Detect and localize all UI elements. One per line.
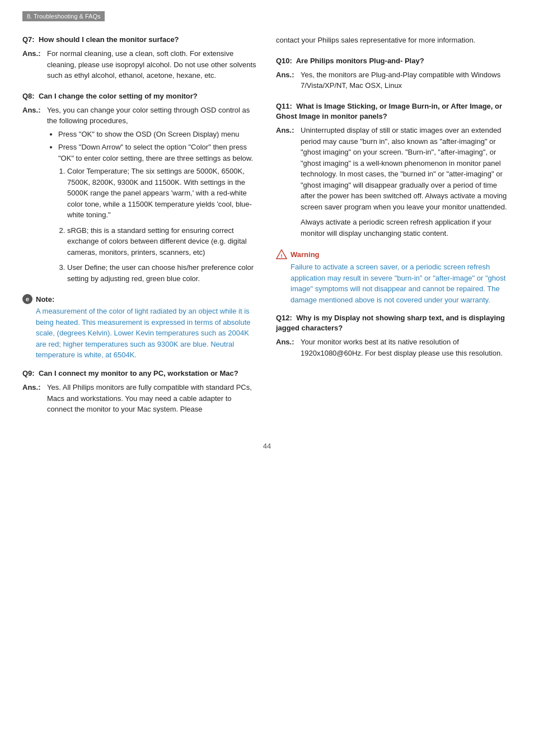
svg-text:!: ! xyxy=(281,253,283,259)
two-column-layout: Q7: How should I clean the monitor surfa… xyxy=(22,35,512,425)
q8-numbered-list: Color Temperature; The six settings are … xyxy=(22,166,258,284)
q11-question: Q11: What is Image Sticking, or Image Bu… xyxy=(276,101,512,122)
q8-question: Q8: Can I change the color setting of my… xyxy=(22,91,258,101)
left-column: Q7: How should I clean the monitor surfa… xyxy=(22,35,258,425)
list-item: Color Temperature; The six settings are … xyxy=(67,166,258,221)
list-item: Press "OK" to show the OSD (On Screen Di… xyxy=(58,129,258,140)
breadcrumb: 8. Troubleshooting & FAQs xyxy=(22,11,105,21)
warning-icon: ! xyxy=(276,249,287,260)
note-text: A measurement of the color of light radi… xyxy=(22,306,258,361)
page-number: 44 xyxy=(22,442,512,450)
q12-question: Q12: Why is my Display not showing sharp… xyxy=(276,313,512,333)
list-item: User Define; the user can choose his/her… xyxy=(67,262,258,284)
q9-block: Q9: Can I connect my monitor to any PC, … xyxy=(22,368,258,415)
q7-block: Q7: How should I clean the monitor surfa… xyxy=(22,35,258,81)
q9-question: Q9: Can I connect my monitor to any PC, … xyxy=(22,368,258,379)
page: 8. Troubleshooting & FAQs Q7: How should… xyxy=(0,0,534,756)
q8-answer: Ans.: Yes, you can change your color set… xyxy=(22,105,258,127)
q9-answer: Ans.: Yes. All Philips monitors are full… xyxy=(22,382,258,415)
q10-answer: Ans.: Yes, the monitors are Plug-and-Pla… xyxy=(276,69,512,91)
q8-bullet-list: Press "OK" to show the OSD (On Screen Di… xyxy=(22,129,258,164)
warning-header: ! Warning xyxy=(276,249,512,260)
q9-continued-block: contact your Philips sales representativ… xyxy=(276,35,512,46)
q11-answer: Ans.: Uninterrupted display of still or … xyxy=(276,125,512,239)
note-icon: e xyxy=(22,294,32,304)
q11-block: Q11: What is Image Sticking, or Image Bu… xyxy=(276,101,512,239)
q7-question: Q7: How should I clean the monitor surfa… xyxy=(22,35,258,45)
right-column: contact your Philips sales representativ… xyxy=(276,35,512,425)
note-block: e Note: A measurement of the color of li… xyxy=(22,294,258,361)
warning-block: ! Warning Failure to activate a screen s… xyxy=(276,249,512,305)
list-item: sRGB; this is a standard setting for ens… xyxy=(67,225,258,258)
q9-continued-text: contact your Philips sales representativ… xyxy=(276,35,512,46)
q10-question: Q10: Are Philips monitors Plug-and- Play… xyxy=(276,56,512,66)
q8-block: Q8: Can I change the color setting of my… xyxy=(22,91,258,284)
note-header: e Note: xyxy=(22,294,258,304)
q10-block: Q10: Are Philips monitors Plug-and- Play… xyxy=(276,56,512,91)
warning-text: Failure to activate a screen saver, or a… xyxy=(276,262,512,305)
q12-answer: Ans.: Your monitor works best at its nat… xyxy=(276,337,512,358)
list-item: Press "Down Arrow" to select the option … xyxy=(58,142,258,164)
q7-answer: Ans.: For normal cleaning, use a clean, … xyxy=(22,48,258,81)
q12-block: Q12: Why is my Display not showing sharp… xyxy=(276,313,512,358)
